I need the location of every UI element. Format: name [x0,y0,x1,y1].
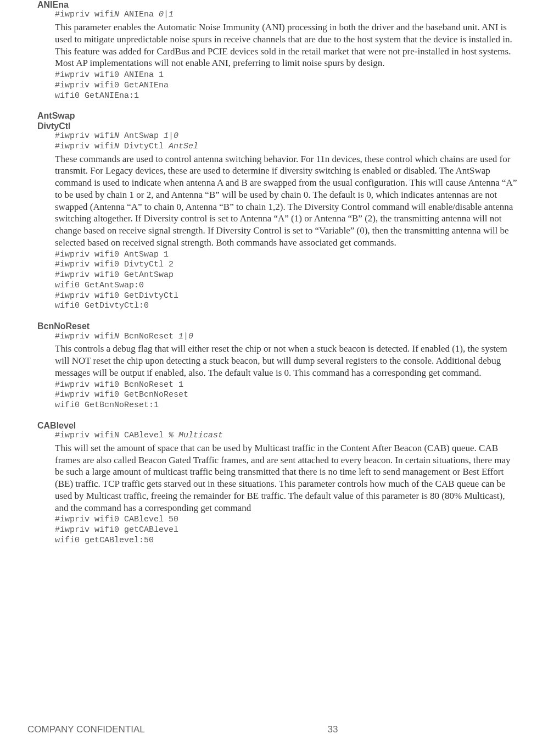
command-example: #iwpriv wifi0 ANIEna 1 #iwpriv wifi0 Get… [55,70,521,101]
command-title: DivtyCtl [37,121,521,131]
command-section: ANIEna#iwpriv wifiN ANIEna 0|1This param… [27,0,521,101]
command-syntax: #iwpriv wifiN AntSwap 1|0 #iwpriv wifiN … [55,131,521,152]
command-title: ANIEna [37,0,521,10]
command-example: #iwpriv wifi0 AntSwap 1 #iwpriv wifi0 Di… [55,250,521,312]
footer-page-number: 33 [145,724,521,735]
command-description: This parameter enables the Automatic Noi… [55,21,521,69]
command-title: AntSwap [37,111,521,121]
footer-confidential: COMPANY CONFIDENTIAL [27,724,145,735]
command-syntax: #iwpriv wifiN ANIEna 0|1 [55,10,521,20]
command-description: This will set the amount of space that c… [55,442,521,514]
command-syntax: #iwpriv wifiN BcnNoReset 1|0 [55,332,521,342]
command-syntax: #iwpriv wifiN CABlevel % Multicast [55,431,521,441]
command-example: #iwpriv wifi0 BcnNoReset 1 #iwpriv wifi0… [55,380,521,411]
command-section: CABlevel#iwpriv wifiN CABlevel % Multica… [27,421,521,546]
command-title: CABlevel [37,421,521,431]
page-footer: COMPANY CONFIDENTIAL 33 [0,724,548,735]
command-section: BcnNoReset#iwpriv wifiN BcnNoReset 1|0Th… [27,321,521,411]
command-title: BcnNoReset [37,321,521,331]
command-section: AntSwapDivtyCtl#iwpriv wifiN AntSwap 1|0… [27,111,521,312]
command-description: These commands are used to control anten… [55,153,521,249]
command-example: #iwpriv wifi0 CABlevel 50 #iwpriv wifi0 … [55,515,521,546]
command-description: This controls a debug flag that will eit… [55,343,521,379]
